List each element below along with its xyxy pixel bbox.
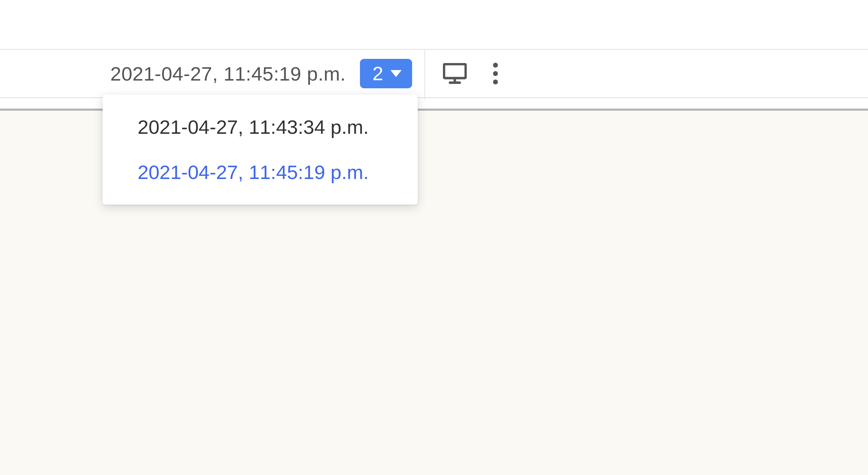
selected-timestamp-label: 2021-04-27, 11:45:19 p.m.	[110, 62, 346, 85]
caret-down-icon	[390, 70, 402, 77]
preview-button[interactable]	[439, 60, 470, 88]
toolbar: 2021-04-27, 11:45:19 p.m. 2	[0, 49, 868, 98]
more-vertical-icon	[493, 80, 498, 84]
more-vertical-icon	[493, 71, 498, 76]
revision-count-dropdown-toggle[interactable]: 2	[360, 59, 412, 88]
more-options-button[interactable]	[489, 56, 501, 91]
svg-rect-0	[444, 64, 466, 78]
revision-dropdown-menu: 2021-04-27, 11:43:34 p.m. 2021-04-27, 11…	[103, 95, 418, 205]
revision-option-selected[interactable]: 2021-04-27, 11:45:19 p.m.	[103, 150, 418, 195]
revision-option[interactable]: 2021-04-27, 11:43:34 p.m.	[103, 104, 418, 150]
top-spacer	[0, 0, 868, 49]
revision-count-value: 2	[373, 64, 383, 83]
more-vertical-icon	[493, 63, 498, 68]
toolbar-divider	[424, 49, 425, 99]
monitor-icon	[443, 63, 467, 84]
